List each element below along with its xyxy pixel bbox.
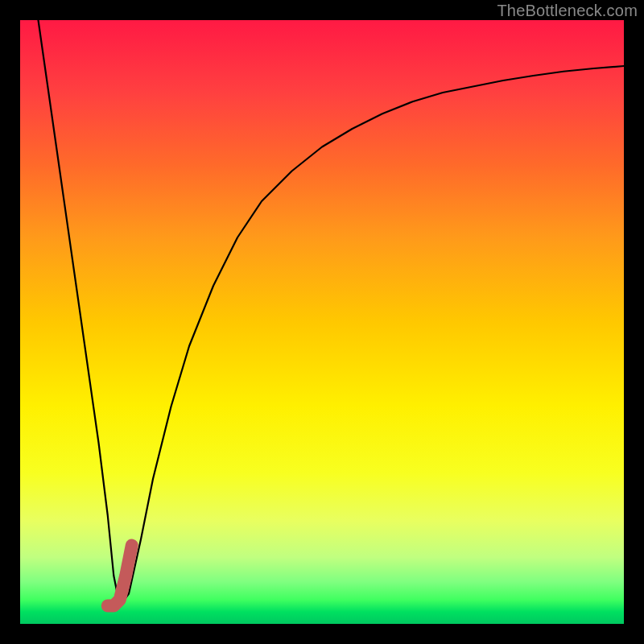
chart-svg	[20, 20, 624, 624]
chart-container: TheBottleneck.com	[0, 0, 644, 644]
plot-area	[20, 20, 624, 624]
watermark-text: TheBottleneck.com	[497, 2, 638, 20]
bottleneck-curve	[39, 20, 625, 606]
